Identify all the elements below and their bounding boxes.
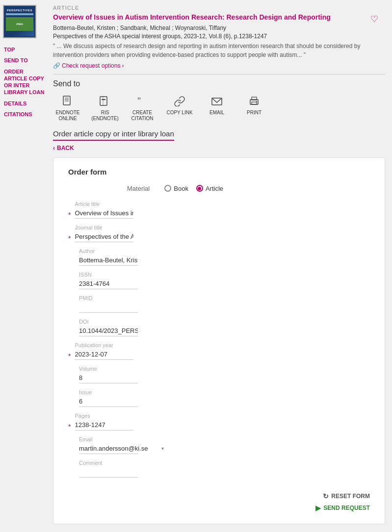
pages-label: Pages: [75, 413, 370, 419]
sidebar-item-send-to[interactable]: SEND TO: [3, 55, 46, 66]
pages-row: * Pages: [68, 413, 370, 431]
author-input[interactable]: [79, 255, 138, 266]
ris-icon: [97, 94, 113, 108]
send-to-email[interactable]: EMAIL: [202, 94, 232, 116]
pages-field: Pages: [75, 413, 370, 431]
email-label: EMAIL: [209, 110, 224, 116]
reset-form-button[interactable]: ↻ RESET FORM: [323, 492, 370, 500]
email-input-wrapper: ▾: [79, 443, 138, 454]
favorite-icon[interactable]: ♡: [370, 14, 378, 25]
comment-row: Comment: [68, 460, 370, 478]
issn-label: ISSN: [79, 272, 370, 278]
svg-rect-4: [100, 97, 107, 105]
article-title-input[interactable]: [75, 208, 133, 219]
material-radio-group: Book Article: [164, 185, 223, 192]
sidebar-nav: TOP SEND TO ORDER ARTICLE COPY OR INTER …: [3, 44, 46, 120]
material-book[interactable]: Book: [164, 185, 188, 192]
pmid-input[interactable]: [79, 302, 138, 313]
pub-year-input[interactable]: [75, 349, 133, 360]
material-label: Material: [127, 185, 150, 192]
pub-year-label: Publication year: [75, 342, 370, 348]
send-request-button[interactable]: ▶ SEND REQUEST: [315, 504, 370, 512]
sidebar-item-order[interactable]: ORDER ARTICLE COPY OR INTER LIBRARY LOAN: [3, 66, 46, 98]
required-star-2: *: [68, 234, 71, 242]
citation-label: CREATECITATION: [131, 110, 153, 122]
author-label: Author: [79, 248, 370, 254]
email-icon: [209, 94, 225, 108]
pmid-row: PMID: [68, 295, 370, 313]
issue-label: Issue: [79, 389, 370, 395]
send-to-print[interactable]: PRINT: [239, 94, 269, 116]
issn-field: ISSN: [79, 272, 370, 289]
svg-point-11: [256, 101, 257, 102]
article-header: ♡ ARTICLE Overview of Issues in Autism I…: [53, 5, 385, 69]
doi-label: DOI: [79, 319, 370, 325]
chevron-right-icon: ›: [122, 62, 124, 69]
issn-row: ISSN: [68, 272, 370, 289]
article-title-field: Article title: [75, 201, 370, 219]
order-form-card: Order form Material Book Article: [53, 157, 385, 524]
article-title-label: Article title: [75, 201, 370, 207]
issn-input[interactable]: [79, 279, 138, 289]
pub-year-field: Publication year: [75, 342, 370, 360]
article-title-row: * Article title: [68, 201, 370, 219]
email-dropdown-arrow[interactable]: ▾: [161, 446, 164, 451]
send-to-ris[interactable]: RIS(ENDNOTE): [90, 94, 120, 122]
send-to-row: ENDNOTEONLINE RIS(ENDNOTE) " CREATECITAT…: [53, 94, 385, 122]
pmid-field: PMID: [79, 295, 370, 313]
author-row: Author: [68, 248, 370, 266]
email-field: Email ▾: [79, 436, 370, 454]
send-to-section: Send to ENDNOTEONLINE RIS(ENDNOTE): [53, 79, 385, 122]
material-row: Material Book Article: [68, 185, 370, 192]
send-to-endnote[interactable]: ENDNOTEONLINE: [53, 94, 82, 122]
endnote-icon: [60, 94, 76, 108]
svg-rect-0: [63, 96, 70, 105]
journal-title-field: Journal title: [75, 225, 370, 242]
article-radio[interactable]: [196, 185, 203, 192]
comment-label: Comment: [79, 460, 370, 466]
order-section-title: Order article copy or inter library loan: [53, 129, 174, 141]
print-label: PRINT: [247, 110, 261, 116]
copy-link-icon: [172, 94, 187, 108]
reset-icon: ↻: [323, 492, 329, 500]
pmid-label: PMID: [79, 295, 370, 301]
copy-link-label: COPY LINK: [166, 110, 192, 116]
sidebar-item-citations[interactable]: CITATIONS: [3, 109, 46, 120]
volume-field: Volume: [79, 366, 370, 383]
sidebar: PERSPECTIVES ASHA TOP SEND TO ORDER ARTI…: [0, 0, 49, 532]
article-authors: Bottema-Beutel, Kristen ; Sandbank, Mich…: [53, 25, 385, 31]
sidebar-item-details[interactable]: DETAILS: [3, 98, 46, 109]
form-title: Order form: [68, 168, 370, 176]
sidebar-item-top[interactable]: TOP: [3, 44, 46, 55]
volume-row: Volume: [68, 366, 370, 383]
main-content: ♡ ARTICLE Overview of Issues in Autism I…: [49, 0, 392, 532]
chevron-left-icon: ‹: [53, 145, 55, 152]
comment-field: Comment: [79, 460, 370, 478]
doi-input[interactable]: [79, 326, 138, 336]
volume-label: Volume: [79, 366, 370, 372]
check-request-link[interactable]: 🔗 Check request options ›: [53, 62, 385, 69]
email-label: Email: [79, 436, 370, 442]
print-icon: [246, 94, 262, 108]
doi-row: DOI: [68, 319, 370, 336]
required-star-3: *: [68, 352, 71, 360]
comment-input[interactable]: [79, 467, 138, 478]
pages-input[interactable]: [75, 420, 133, 431]
material-article[interactable]: Article: [196, 185, 223, 192]
form-fields: * Article title * Journal title: [68, 201, 370, 483]
issue-input[interactable]: [79, 396, 138, 407]
back-button[interactable]: ‹ BACK: [53, 145, 385, 152]
article-cover: PERSPECTIVES ASHA: [3, 5, 36, 38]
volume-input[interactable]: [79, 373, 138, 383]
paperclip-icon: 🔗: [53, 62, 60, 69]
svg-rect-5: [102, 99, 105, 100]
email-input[interactable]: [79, 443, 161, 454]
send-to-copy-link[interactable]: COPY LINK: [165, 94, 194, 116]
author-field: Author: [79, 248, 370, 266]
form-buttons: ↻ RESET FORM ▶ SEND REQUEST: [68, 492, 370, 512]
article-title: Overview of Issues in Autism Interventio…: [53, 13, 385, 23]
journal-title-input[interactable]: [75, 231, 133, 242]
send-to-citation[interactable]: " CREATECITATION: [128, 94, 157, 122]
pub-year-row: * Publication year: [68, 342, 370, 360]
book-radio[interactable]: [164, 185, 171, 192]
